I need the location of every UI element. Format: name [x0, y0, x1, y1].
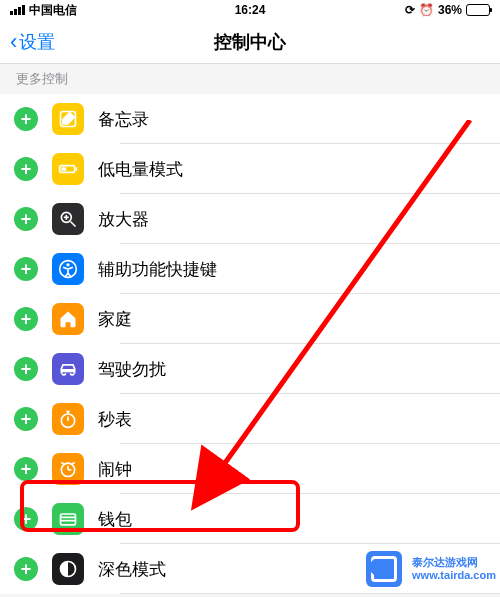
back-label: 设置 — [19, 30, 55, 54]
svg-point-9 — [66, 263, 69, 266]
clock: 16:24 — [170, 3, 330, 17]
battery-percent: 36% — [438, 3, 462, 17]
alarm-status-icon: ⏰ — [419, 3, 434, 17]
add-button[interactable]: + — [14, 307, 38, 331]
row-label: 闹钟 — [98, 458, 132, 481]
watermark-line1: 泰尔达游戏网 — [412, 556, 496, 569]
svg-rect-3 — [61, 167, 66, 170]
nav-bar: ‹ 设置 控制中心 — [0, 20, 500, 64]
list-item[interactable]: +驾驶勿扰 — [0, 344, 500, 394]
svg-point-11 — [61, 414, 74, 427]
svg-line-19 — [72, 462, 75, 464]
chevron-left-icon: ‹ — [10, 29, 17, 55]
add-button[interactable]: + — [14, 257, 38, 281]
controls-list: +备忘录+低电量模式+放大器+辅助功能快捷键+家庭+驾驶勿扰+秒表+闹钟+钱包+… — [0, 94, 500, 594]
list-item[interactable]: +放大器 — [0, 194, 500, 244]
magnifier-icon — [52, 203, 84, 235]
add-button[interactable]: + — [14, 507, 38, 531]
svg-rect-10 — [61, 369, 74, 372]
battery-icon — [466, 4, 490, 16]
notes-icon — [52, 103, 84, 135]
list-item[interactable]: +备忘录 — [0, 94, 500, 144]
signal-icon — [10, 5, 25, 15]
add-button[interactable]: + — [14, 457, 38, 481]
add-button[interactable]: + — [14, 407, 38, 431]
orientation-lock-icon: ⟳ — [405, 3, 415, 17]
add-button[interactable]: + — [14, 107, 38, 131]
row-label: 备忘录 — [98, 108, 149, 131]
svg-rect-2 — [76, 167, 78, 170]
watermark-line2: www.tairda.com — [412, 569, 496, 582]
row-label: 家庭 — [98, 308, 132, 331]
svg-line-5 — [71, 222, 76, 227]
accessibility-icon — [52, 253, 84, 285]
add-button[interactable]: + — [14, 357, 38, 381]
list-item[interactable]: +家庭 — [0, 294, 500, 344]
watermark-icon — [366, 551, 402, 587]
add-button[interactable]: + — [14, 157, 38, 181]
list-item[interactable]: +低电量模式 — [0, 144, 500, 194]
row-label: 低电量模式 — [98, 158, 183, 181]
list-item[interactable]: +钱包 — [0, 494, 500, 544]
stopwatch-icon — [52, 403, 84, 435]
section-header: 更多控制 — [0, 64, 500, 94]
list-item[interactable]: +秒表 — [0, 394, 500, 444]
back-button[interactable]: ‹ 设置 — [10, 29, 55, 55]
wallet-icon — [52, 503, 84, 535]
page-title: 控制中心 — [214, 30, 286, 54]
svg-rect-20 — [61, 514, 76, 525]
alarm-icon — [52, 453, 84, 485]
driving-dnd-icon — [52, 353, 84, 385]
home-icon — [52, 303, 84, 335]
svg-line-18 — [61, 462, 64, 464]
status-bar: 中国电信 16:24 ⟳ ⏰ 36% — [0, 0, 500, 20]
add-button[interactable]: + — [14, 557, 38, 581]
list-item[interactable]: +辅助功能快捷键 — [0, 244, 500, 294]
list-item[interactable]: +闹钟 — [0, 444, 500, 494]
low-power-icon — [52, 153, 84, 185]
row-label: 驾驶勿扰 — [98, 358, 166, 381]
carrier-label: 中国电信 — [29, 2, 77, 19]
watermark: 泰尔达游戏网 www.tairda.com — [366, 551, 500, 587]
add-button[interactable]: + — [14, 207, 38, 231]
dark-mode-icon — [52, 553, 84, 585]
row-label: 放大器 — [98, 208, 149, 231]
row-label: 秒表 — [98, 408, 132, 431]
row-label: 深色模式 — [98, 558, 166, 581]
row-label: 辅助功能快捷键 — [98, 258, 217, 281]
row-label: 钱包 — [98, 508, 132, 531]
